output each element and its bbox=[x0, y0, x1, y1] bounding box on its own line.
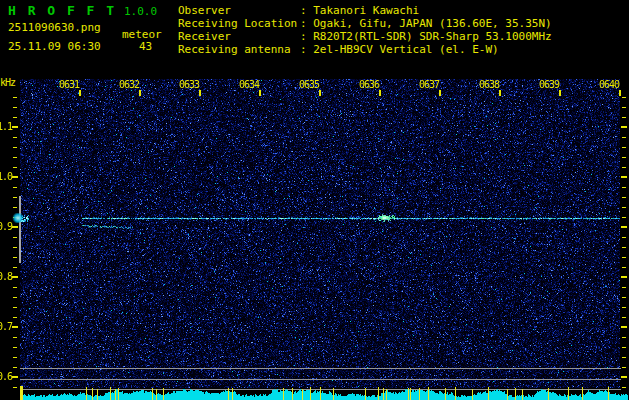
time-tick-label: 0633 bbox=[173, 79, 199, 91]
freq-major-tick bbox=[12, 326, 18, 328]
file-datetime: 25.11.09 06:30 bbox=[8, 40, 101, 53]
time-tick-label: 0640 bbox=[593, 79, 619, 91]
freq-minor-tick-right bbox=[622, 97, 626, 98]
freq-minor-tick bbox=[13, 317, 17, 318]
freq-minor-tick bbox=[13, 247, 17, 248]
freq-minor-tick bbox=[13, 347, 17, 348]
freq-minor-tick bbox=[13, 137, 17, 138]
station-row-receiver: Receiver : R820T2(RTL-SDR) SDR-Sharp 53.… bbox=[178, 30, 552, 43]
freq-minor-tick bbox=[13, 387, 17, 388]
station-label: Observer bbox=[178, 4, 300, 17]
time-tick bbox=[499, 90, 501, 96]
time-tick-label: 0636 bbox=[353, 79, 379, 91]
freq-major-tick-right bbox=[621, 126, 627, 128]
app-version: 1.0.0 bbox=[124, 5, 157, 18]
freq-minor-tick-right bbox=[622, 287, 626, 288]
freq-minor-tick bbox=[13, 337, 17, 338]
freq-tick-label: 0.7 bbox=[0, 321, 12, 333]
band-marker bbox=[19, 196, 21, 263]
time-tick-label: 0639 bbox=[533, 79, 559, 91]
freq-minor-tick bbox=[13, 197, 17, 198]
freq-minor-tick-right bbox=[622, 307, 626, 308]
freq-minor-tick-right bbox=[622, 267, 626, 268]
time-tick bbox=[619, 90, 621, 96]
freq-tick-label: 0.9 bbox=[0, 221, 12, 233]
station-value: : Ogaki, Gifu, JAPAN (136.60E, 35.35N) bbox=[300, 17, 552, 30]
freq-minor-tick-right bbox=[622, 137, 626, 138]
freq-minor-tick-right bbox=[622, 237, 626, 238]
time-tick bbox=[379, 90, 381, 96]
time-tick bbox=[199, 90, 201, 96]
freq-minor-tick-right bbox=[622, 247, 626, 248]
freq-major-tick bbox=[12, 226, 18, 228]
time-tick-label: 0638 bbox=[473, 79, 499, 91]
freq-minor-tick bbox=[13, 147, 17, 148]
time-tick-label: 0634 bbox=[233, 79, 259, 91]
freq-minor-tick-right bbox=[622, 117, 626, 118]
spectrogram-canvas bbox=[20, 79, 620, 388]
station-info: Observer : Takanori Kawachi Receiving Lo… bbox=[178, 4, 552, 56]
freq-tick-label: 0.8 bbox=[0, 271, 12, 283]
freq-major-tick bbox=[12, 276, 18, 278]
time-tick-label: 0637 bbox=[413, 79, 439, 91]
freq-minor-tick-right bbox=[622, 217, 626, 218]
freq-minor-tick bbox=[13, 297, 17, 298]
freq-minor-tick bbox=[13, 267, 17, 268]
time-tick bbox=[319, 90, 321, 96]
freq-major-tick-right bbox=[621, 226, 627, 228]
freq-major-tick-right bbox=[621, 376, 627, 378]
freq-minor-tick bbox=[13, 237, 17, 238]
station-value: : 2el-HB9CV Vertical (el. E-W) bbox=[300, 43, 499, 56]
freq-minor-tick-right bbox=[622, 197, 626, 198]
freq-minor-tick-right bbox=[622, 157, 626, 158]
station-row-location: Receiving Location : Ogaki, Gifu, JAPAN … bbox=[178, 17, 552, 30]
freq-minor-tick bbox=[13, 357, 17, 358]
freq-major-tick-right bbox=[621, 176, 627, 178]
station-label: Receiving antenna bbox=[178, 43, 300, 56]
time-tick-label: 0635 bbox=[293, 79, 319, 91]
power-bargraph-canvas bbox=[20, 386, 628, 400]
threshold-line-2 bbox=[20, 379, 621, 380]
freq-major-tick bbox=[12, 126, 18, 128]
freq-minor-tick bbox=[13, 367, 17, 368]
freq-tick-label: 1.0 bbox=[0, 171, 12, 183]
freq-tick-label: 0.6 bbox=[0, 371, 12, 383]
file-name: 2511090630.png bbox=[8, 21, 101, 34]
freq-minor-tick-right bbox=[622, 367, 626, 368]
freq-minor-tick-right bbox=[622, 187, 626, 188]
carrier-start-blob bbox=[12, 213, 24, 223]
station-value: : R820T2(RTL-SDR) SDR-Sharp 53.1000MHz bbox=[300, 30, 552, 43]
freq-minor-tick-right bbox=[622, 337, 626, 338]
freq-minor-tick bbox=[13, 287, 17, 288]
station-row-antenna: Receiving antenna : 2el-HB9CV Vertical (… bbox=[178, 43, 552, 56]
freq-minor-tick-right bbox=[622, 207, 626, 208]
freq-minor-tick bbox=[13, 307, 17, 308]
freq-major-tick bbox=[12, 376, 18, 378]
freq-minor-tick bbox=[13, 107, 17, 108]
freq-minor-tick-right bbox=[622, 297, 626, 298]
freq-minor-tick bbox=[13, 157, 17, 158]
freq-minor-tick-right bbox=[622, 107, 626, 108]
freq-major-tick-right bbox=[621, 326, 627, 328]
freq-minor-tick bbox=[13, 257, 17, 258]
freq-minor-tick-right bbox=[622, 357, 626, 358]
freq-minor-tick bbox=[13, 97, 17, 98]
freq-minor-tick-right bbox=[622, 317, 626, 318]
threshold-line-1 bbox=[20, 368, 621, 369]
time-tick bbox=[79, 90, 81, 96]
freq-axis-unit-label: kHz bbox=[0, 77, 15, 88]
hrofft-screen: H R O F F T 1.0.0 2511090630.png meteor … bbox=[0, 0, 629, 400]
station-label: Receiving Location bbox=[178, 17, 300, 30]
freq-minor-tick bbox=[13, 167, 17, 168]
freq-minor-tick bbox=[13, 117, 17, 118]
freq-major-tick-right bbox=[621, 276, 627, 278]
time-tick bbox=[439, 90, 441, 96]
freq-minor-tick-right bbox=[622, 347, 626, 348]
time-tick bbox=[559, 90, 561, 96]
station-label: Receiver bbox=[178, 30, 300, 43]
app-title: H R O F F T bbox=[8, 3, 116, 18]
freq-minor-tick-right bbox=[622, 147, 626, 148]
freq-minor-tick bbox=[13, 207, 17, 208]
time-tick-label: 0631 bbox=[53, 79, 79, 91]
count-value: 43 bbox=[139, 40, 152, 53]
